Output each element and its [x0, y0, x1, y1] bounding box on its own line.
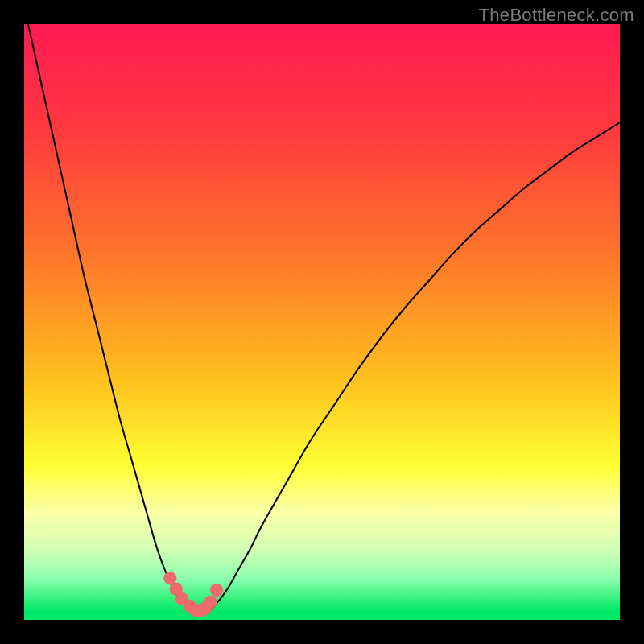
bottleneck-curve [24, 24, 620, 613]
marker-dot [210, 584, 223, 597]
plot-area [24, 24, 620, 620]
outer-frame: TheBottleneck.com [0, 0, 644, 644]
chart-svg [24, 24, 620, 620]
marker-dot [204, 596, 217, 609]
watermark-text: TheBottleneck.com [479, 5, 634, 26]
highlight-markers [163, 572, 223, 617]
